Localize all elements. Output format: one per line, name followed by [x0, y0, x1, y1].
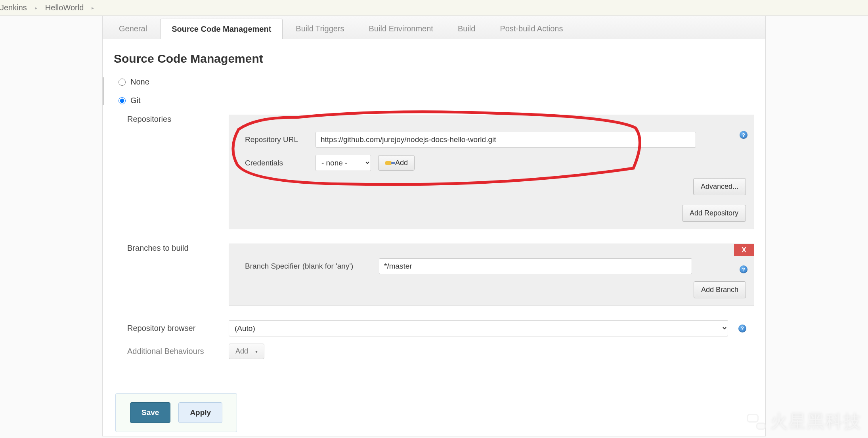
- breadcrumb: Jenkins ▸ HelloWorld ▸: [0, 0, 868, 16]
- help-icon[interactable]: ?: [738, 325, 746, 332]
- apply-button[interactable]: Apply: [178, 402, 222, 423]
- key-icon: [385, 161, 392, 165]
- save-button[interactable]: Save: [130, 402, 170, 423]
- scm-radio-group: None Git: [103, 77, 754, 105]
- watermark-text: 火星黑科技: [770, 410, 862, 433]
- repositories-label: Repositories: [127, 115, 218, 124]
- breadcrumb-project[interactable]: HelloWorld: [45, 3, 84, 12]
- scm-none-label: None: [130, 77, 149, 86]
- tab-build-env[interactable]: Build Environment: [358, 18, 445, 39]
- repo-url-label: Repository URL: [245, 135, 308, 144]
- watermark: 火星黑科技: [747, 410, 862, 433]
- tab-bar: General Source Code Management Build Tri…: [103, 16, 765, 39]
- branch-panel: X ? Branch Specifier (blank for 'any') A…: [229, 244, 754, 306]
- scm-git-label: Git: [130, 96, 141, 105]
- repo-browser-label: Repository browser: [127, 324, 218, 333]
- delete-branch-button[interactable]: X: [734, 244, 754, 256]
- help-icon[interactable]: ?: [740, 265, 748, 273]
- breadcrumb-root[interactable]: Jenkins: [0, 3, 27, 12]
- repository-panel: ? Repository URL Credentials - none -: [229, 115, 754, 229]
- credentials-select[interactable]: - none -: [315, 155, 371, 171]
- add-repository-button[interactable]: Add Repository: [682, 205, 746, 222]
- branch-spec-input[interactable]: [379, 258, 692, 274]
- section-title: Source Code Management: [114, 52, 754, 65]
- scm-git-radio[interactable]: [119, 97, 126, 104]
- chat-icon: [747, 414, 766, 430]
- tab-general[interactable]: General: [107, 18, 159, 39]
- scm-none-radio[interactable]: [119, 79, 126, 86]
- add-cred-label: Add: [395, 159, 408, 167]
- tab-scm[interactable]: Source Code Management: [160, 19, 283, 39]
- footer-actions: Save Apply: [115, 393, 237, 432]
- tab-post-build[interactable]: Post-build Actions: [488, 18, 574, 39]
- branches-label: Branches to build: [127, 244, 218, 253]
- add-credentials-button[interactable]: Add: [378, 155, 415, 171]
- credentials-label: Credentials: [245, 159, 308, 167]
- add-branch-button[interactable]: Add Branch: [694, 281, 746, 298]
- help-icon[interactable]: ?: [740, 131, 748, 139]
- branch-spec-label: Branch Specifier (blank for 'any'): [245, 262, 372, 271]
- chevron-right-icon: ▸: [35, 5, 37, 11]
- tab-build-triggers[interactable]: Build Triggers: [284, 18, 356, 39]
- addl-behaviours-label: Additional Behaviours: [127, 347, 218, 356]
- tab-build[interactable]: Build: [446, 18, 487, 39]
- chevron-right-icon: ▸: [92, 5, 94, 11]
- add-behaviour-button[interactable]: Add: [229, 344, 264, 359]
- config-panel: General Source Code Management Build Tri…: [102, 16, 766, 436]
- advanced-button[interactable]: Advanced...: [693, 178, 746, 195]
- repo-url-input[interactable]: [315, 132, 696, 148]
- repo-browser-select[interactable]: (Auto): [229, 320, 728, 336]
